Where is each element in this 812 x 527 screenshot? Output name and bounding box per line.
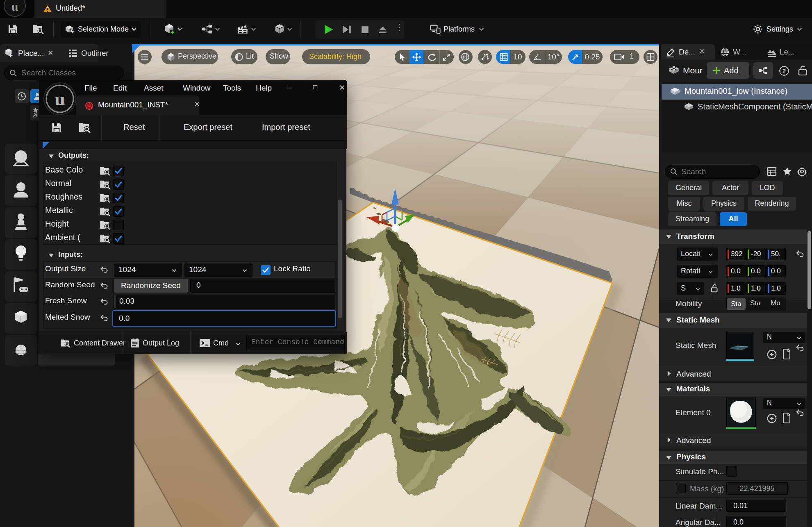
svg-text:u: u [11, 0, 18, 13]
svg-text:?: ? [782, 67, 786, 74]
svg-text:u: u [55, 89, 65, 109]
